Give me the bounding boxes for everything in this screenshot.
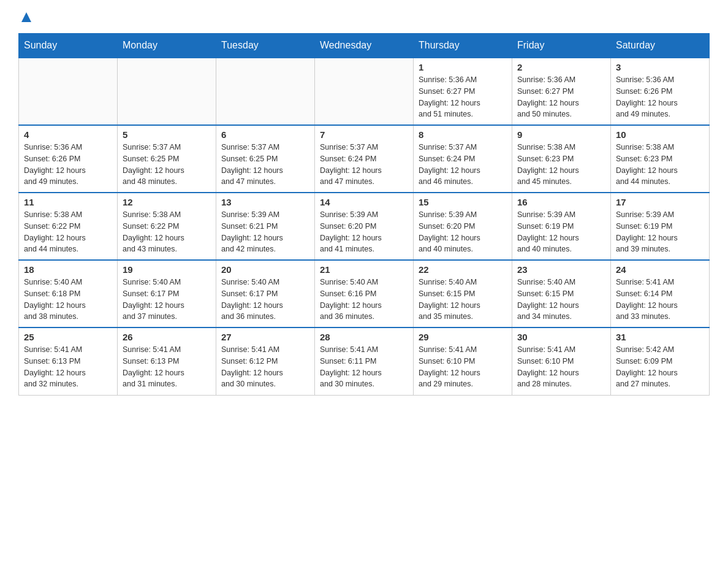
logo: [18, 12, 32, 27]
calendar-cell: 2Sunrise: 5:36 AM Sunset: 6:27 PM Daylig…: [512, 58, 611, 125]
day-number: 30: [517, 332, 605, 342]
day-number: 22: [419, 264, 507, 275]
calendar-cell: 22Sunrise: 5:40 AM Sunset: 6:15 PM Dayli…: [414, 260, 512, 327]
calendar-cell: [19, 58, 118, 125]
calendar-cell: 15Sunrise: 5:39 AM Sunset: 6:20 PM Dayli…: [414, 193, 512, 260]
calendar-cell: 31Sunrise: 5:42 AM Sunset: 6:09 PM Dayli…: [611, 327, 710, 395]
calendar-week-row: 18Sunrise: 5:40 AM Sunset: 6:18 PM Dayli…: [19, 260, 710, 327]
calendar-cell: 18Sunrise: 5:40 AM Sunset: 6:18 PM Dayli…: [19, 260, 118, 327]
calendar-cell: [216, 58, 315, 125]
day-info: Sunrise: 5:37 AM Sunset: 6:24 PM Dayligh…: [419, 142, 507, 188]
day-info: Sunrise: 5:40 AM Sunset: 6:15 PM Dayligh…: [419, 277, 507, 323]
day-number: 24: [616, 264, 704, 275]
calendar-cell: 26Sunrise: 5:41 AM Sunset: 6:13 PM Dayli…: [118, 327, 216, 395]
day-number: 5: [123, 129, 211, 140]
day-number: 1: [419, 62, 507, 72]
day-info: Sunrise: 5:38 AM Sunset: 6:23 PM Dayligh…: [616, 142, 704, 188]
day-info: Sunrise: 5:39 AM Sunset: 6:19 PM Dayligh…: [517, 209, 605, 255]
day-info: Sunrise: 5:41 AM Sunset: 6:12 PM Dayligh…: [221, 344, 309, 390]
calendar-cell: 21Sunrise: 5:40 AM Sunset: 6:16 PM Dayli…: [315, 260, 414, 327]
day-info: Sunrise: 5:37 AM Sunset: 6:25 PM Dayligh…: [221, 142, 309, 188]
day-number: 9: [517, 129, 605, 140]
day-number: 13: [221, 197, 309, 207]
calendar-cell: 29Sunrise: 5:41 AM Sunset: 6:10 PM Dayli…: [414, 327, 512, 395]
calendar-cell: 4Sunrise: 5:36 AM Sunset: 6:26 PM Daylig…: [19, 125, 118, 193]
day-info: Sunrise: 5:39 AM Sunset: 6:21 PM Dayligh…: [221, 209, 309, 255]
day-info: Sunrise: 5:41 AM Sunset: 6:10 PM Dayligh…: [419, 344, 507, 390]
day-number: 8: [419, 129, 507, 140]
day-info: Sunrise: 5:41 AM Sunset: 6:10 PM Dayligh…: [517, 344, 605, 390]
calendar-cell: [118, 58, 216, 125]
day-number: 20: [221, 264, 309, 275]
calendar-week-row: 4Sunrise: 5:36 AM Sunset: 6:26 PM Daylig…: [19, 125, 710, 193]
calendar-cell: 25Sunrise: 5:41 AM Sunset: 6:13 PM Dayli…: [19, 327, 118, 395]
calendar-cell: 16Sunrise: 5:39 AM Sunset: 6:19 PM Dayli…: [512, 193, 611, 260]
day-number: 28: [320, 332, 408, 342]
calendar-cell: 28Sunrise: 5:41 AM Sunset: 6:11 PM Dayli…: [315, 327, 414, 395]
calendar-cell: 19Sunrise: 5:40 AM Sunset: 6:17 PM Dayli…: [118, 260, 216, 327]
calendar-header-sunday: Sunday: [19, 34, 118, 58]
calendar-cell: 12Sunrise: 5:38 AM Sunset: 6:22 PM Dayli…: [118, 193, 216, 260]
calendar-header-wednesday: Wednesday: [315, 34, 414, 58]
calendar-cell: 6Sunrise: 5:37 AM Sunset: 6:25 PM Daylig…: [216, 125, 315, 193]
calendar-cell: 11Sunrise: 5:38 AM Sunset: 6:22 PM Dayli…: [19, 193, 118, 260]
day-number: 27: [221, 332, 309, 342]
calendar-header-saturday: Saturday: [611, 34, 710, 58]
calendar-cell: 27Sunrise: 5:41 AM Sunset: 6:12 PM Dayli…: [216, 327, 315, 395]
day-info: Sunrise: 5:41 AM Sunset: 6:14 PM Dayligh…: [616, 277, 704, 323]
day-info: Sunrise: 5:41 AM Sunset: 6:13 PM Dayligh…: [24, 344, 112, 390]
page-header: [18, 12, 710, 27]
day-number: 10: [616, 129, 704, 140]
day-number: 6: [221, 129, 309, 140]
calendar-header-tuesday: Tuesday: [216, 34, 315, 58]
day-number: 18: [24, 264, 112, 275]
day-info: Sunrise: 5:39 AM Sunset: 6:20 PM Dayligh…: [320, 209, 408, 255]
day-info: Sunrise: 5:36 AM Sunset: 6:26 PM Dayligh…: [616, 74, 704, 120]
calendar-cell: 24Sunrise: 5:41 AM Sunset: 6:14 PM Dayli…: [611, 260, 710, 327]
day-number: 14: [320, 197, 408, 207]
day-info: Sunrise: 5:41 AM Sunset: 6:13 PM Dayligh…: [123, 344, 211, 390]
calendar-cell: 1Sunrise: 5:36 AM Sunset: 6:27 PM Daylig…: [414, 58, 512, 125]
day-info: Sunrise: 5:36 AM Sunset: 6:26 PM Dayligh…: [24, 142, 112, 188]
calendar-cell: 17Sunrise: 5:39 AM Sunset: 6:19 PM Dayli…: [611, 193, 710, 260]
calendar-cell: 8Sunrise: 5:37 AM Sunset: 6:24 PM Daylig…: [414, 125, 512, 193]
day-info: Sunrise: 5:40 AM Sunset: 6:16 PM Dayligh…: [320, 277, 408, 323]
day-number: 29: [419, 332, 507, 342]
day-number: 4: [24, 129, 112, 140]
day-info: Sunrise: 5:37 AM Sunset: 6:24 PM Dayligh…: [320, 142, 408, 188]
calendar-header-friday: Friday: [512, 34, 611, 58]
calendar-week-row: 1Sunrise: 5:36 AM Sunset: 6:27 PM Daylig…: [19, 58, 710, 125]
day-number: 19: [123, 264, 211, 275]
calendar-header-row: SundayMondayTuesdayWednesdayThursdayFrid…: [19, 34, 710, 58]
day-number: 25: [24, 332, 112, 342]
day-info: Sunrise: 5:40 AM Sunset: 6:17 PM Dayligh…: [123, 277, 211, 323]
logo-triangle-icon: [20, 11, 32, 26]
day-info: Sunrise: 5:40 AM Sunset: 6:17 PM Dayligh…: [221, 277, 309, 323]
day-number: 3: [616, 62, 704, 72]
day-number: 2: [517, 62, 605, 72]
calendar-header-thursday: Thursday: [414, 34, 512, 58]
day-info: Sunrise: 5:37 AM Sunset: 6:25 PM Dayligh…: [123, 142, 211, 188]
day-number: 7: [320, 129, 408, 140]
day-info: Sunrise: 5:39 AM Sunset: 6:20 PM Dayligh…: [419, 209, 507, 255]
day-info: Sunrise: 5:40 AM Sunset: 6:15 PM Dayligh…: [517, 277, 605, 323]
day-number: 17: [616, 197, 704, 207]
calendar-cell: 13Sunrise: 5:39 AM Sunset: 6:21 PM Dayli…: [216, 193, 315, 260]
day-info: Sunrise: 5:38 AM Sunset: 6:22 PM Dayligh…: [24, 209, 112, 255]
day-info: Sunrise: 5:38 AM Sunset: 6:23 PM Dayligh…: [517, 142, 605, 188]
calendar-cell: 9Sunrise: 5:38 AM Sunset: 6:23 PM Daylig…: [512, 125, 611, 193]
calendar-cell: [315, 58, 414, 125]
day-number: 21: [320, 264, 408, 275]
day-info: Sunrise: 5:40 AM Sunset: 6:18 PM Dayligh…: [24, 277, 112, 323]
calendar-cell: 7Sunrise: 5:37 AM Sunset: 6:24 PM Daylig…: [315, 125, 414, 193]
day-info: Sunrise: 5:38 AM Sunset: 6:22 PM Dayligh…: [123, 209, 211, 255]
day-info: Sunrise: 5:36 AM Sunset: 6:27 PM Dayligh…: [517, 74, 605, 120]
calendar-week-row: 11Sunrise: 5:38 AM Sunset: 6:22 PM Dayli…: [19, 193, 710, 260]
calendar-cell: 20Sunrise: 5:40 AM Sunset: 6:17 PM Dayli…: [216, 260, 315, 327]
calendar-cell: 30Sunrise: 5:41 AM Sunset: 6:10 PM Dayli…: [512, 327, 611, 395]
calendar-cell: 10Sunrise: 5:38 AM Sunset: 6:23 PM Dayli…: [611, 125, 710, 193]
day-info: Sunrise: 5:42 AM Sunset: 6:09 PM Dayligh…: [616, 344, 704, 390]
calendar-table: SundayMondayTuesdayWednesdayThursdayFrid…: [18, 33, 710, 396]
day-number: 15: [419, 197, 507, 207]
day-number: 31: [616, 332, 704, 342]
